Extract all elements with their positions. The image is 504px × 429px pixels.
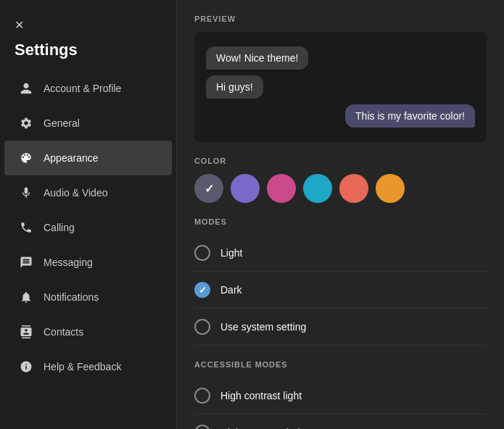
accessible-modes-section: ACCESSIBLE MODES High contrast lightHigh… bbox=[194, 360, 487, 429]
accessible-label-high-contrast-light: High contrast light bbox=[220, 390, 302, 401]
sidebar-item-appearance[interactable]: Appearance bbox=[4, 141, 172, 175]
sidebar-item-label-general: General bbox=[44, 117, 80, 129]
mode-label-dark: Dark bbox=[220, 284, 242, 296]
mode-option-light[interactable]: Light bbox=[194, 235, 487, 272]
mode-label-system: Use system setting bbox=[220, 321, 306, 333]
sidebar: ✕ Settings Account & Profile General App… bbox=[0, 0, 177, 429]
bell-icon bbox=[19, 290, 33, 304]
sidebar-item-account[interactable]: Account & Profile bbox=[4, 71, 172, 106]
close-button[interactable]: ✕ bbox=[9, 14, 29, 35]
sidebar-item-label-account: Account & Profile bbox=[44, 83, 121, 94]
color-swatch-purple[interactable] bbox=[231, 174, 260, 203]
gear-icon bbox=[19, 116, 33, 130]
color-swatches bbox=[194, 174, 487, 203]
preview-label: PREVIEW bbox=[194, 14, 487, 23]
person-icon bbox=[19, 81, 33, 96]
mode-option-system[interactable]: Use system setting bbox=[194, 309, 487, 346]
radio-accessible-high-contrast-light bbox=[194, 388, 210, 404]
settings-title: Settings bbox=[0, 41, 176, 71]
modes-section: MODES LightDarkUse system setting bbox=[194, 217, 487, 346]
sidebar-item-label-contacts: Contacts bbox=[44, 326, 83, 338]
sidebar-item-contacts[interactable]: Contacts bbox=[4, 315, 172, 349]
color-swatch-pink[interactable] bbox=[267, 174, 296, 203]
chat-bubble-received-2: Hi guys! bbox=[206, 75, 263, 99]
info-icon bbox=[19, 359, 33, 374]
accessible-option-high-contrast-dark[interactable]: High contrast dark bbox=[194, 415, 487, 429]
mode-label-light: Light bbox=[220, 247, 242, 259]
sidebar-item-audio-video[interactable]: Audio & Video bbox=[4, 175, 172, 210]
contacts-icon bbox=[19, 325, 33, 339]
sidebar-item-label-audio-video: Audio & Video bbox=[44, 187, 107, 199]
sidebar-item-label-help: Help & Feedback bbox=[44, 361, 121, 372]
radio-accessible-high-contrast-dark bbox=[194, 425, 210, 429]
chat-bubble-sent-1: This is my favorite color! bbox=[345, 104, 475, 128]
appearance-icon bbox=[19, 151, 33, 165]
color-swatch-grey[interactable] bbox=[194, 174, 223, 203]
accessible-option-high-contrast-light[interactable]: High contrast light bbox=[194, 378, 487, 415]
message-icon bbox=[19, 255, 33, 270]
radio-system bbox=[194, 319, 210, 335]
color-swatch-blue[interactable] bbox=[303, 174, 332, 203]
sidebar-item-label-calling: Calling bbox=[44, 222, 75, 233]
color-label: COLOR bbox=[194, 157, 487, 165]
accessible-modes-label: ACCESSIBLE MODES bbox=[194, 360, 487, 369]
sidebar-item-help[interactable]: Help & Feedback bbox=[4, 349, 172, 384]
sidebar-item-label-appearance: Appearance bbox=[44, 152, 99, 164]
modes-label: MODES bbox=[194, 217, 487, 226]
main-content: PREVIEW Wow! Nice theme! Hi guys! This i… bbox=[177, 0, 504, 429]
radio-dark bbox=[194, 282, 210, 298]
mode-option-dark[interactable]: Dark bbox=[194, 272, 487, 309]
sidebar-item-general[interactable]: General bbox=[4, 106, 172, 141]
sidebar-item-label-messaging: Messaging bbox=[44, 257, 93, 268]
preview-box: Wow! Nice theme! Hi guys! This is my fav… bbox=[194, 32, 487, 142]
mic-icon bbox=[19, 186, 33, 200]
phone-icon bbox=[19, 220, 33, 235]
sidebar-item-calling[interactable]: Calling bbox=[4, 210, 172, 245]
chat-bubble-received-1: Wow! Nice theme! bbox=[206, 46, 308, 70]
color-swatch-orange[interactable] bbox=[376, 174, 405, 203]
color-section: COLOR bbox=[194, 157, 487, 203]
sidebar-item-messaging[interactable]: Messaging bbox=[4, 245, 172, 280]
sidebar-item-notifications[interactable]: Notifications bbox=[4, 280, 172, 315]
radio-light bbox=[194, 245, 210, 261]
color-swatch-coral[interactable] bbox=[339, 174, 368, 203]
sidebar-item-label-notifications: Notifications bbox=[44, 291, 99, 303]
